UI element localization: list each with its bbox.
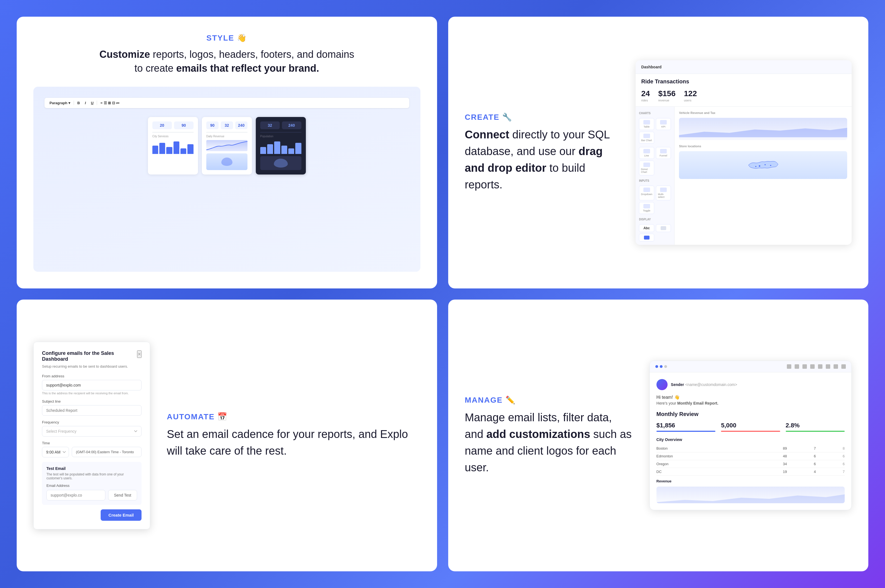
table-v3-2: 6 bbox=[829, 452, 845, 460]
ep-metric-1: $1,856 bbox=[657, 422, 715, 432]
dp-widget-kpi[interactable]: KPI bbox=[656, 118, 671, 130]
ep-toolbar-icon-4[interactable] bbox=[810, 364, 814, 369]
ep-metric-bar-3 bbox=[786, 431, 845, 432]
ep-metric-2: 5,000 bbox=[721, 422, 780, 432]
table-v1-4: 19 bbox=[783, 468, 814, 476]
time-label: Time bbox=[42, 441, 141, 445]
toolbar-paragraph: Paragraph ▾ bbox=[48, 100, 72, 106]
dark-bar3 bbox=[274, 141, 280, 154]
dp-widget-dropdown-icon bbox=[643, 188, 650, 192]
dp-widget-grid-2: Line Funnel Donut Chart bbox=[639, 147, 671, 176]
dp-widget-toggle[interactable]: Toggle bbox=[639, 202, 654, 214]
dark-bar2 bbox=[267, 144, 273, 154]
test-email-title: Test Email bbox=[47, 466, 137, 471]
dp-widget-grid-1: Table KPI Bar Chart bbox=[639, 118, 671, 144]
toolbar-more: ≡ ☰ ⊞ ⊡ ≔ bbox=[99, 100, 121, 106]
ep-metrics: $1,856 5,000 2.8% bbox=[657, 422, 845, 432]
time-select[interactable]: 9:00 AM bbox=[42, 447, 69, 458]
manage-heading: Manage email lists, filter data, and add… bbox=[465, 409, 633, 476]
modal-close-button[interactable]: × bbox=[137, 350, 141, 358]
table-v3-1: 8 bbox=[829, 445, 845, 452]
table-v2-1: 7 bbox=[814, 445, 829, 452]
style-card: STYLE 👋 Customize reports, logos, header… bbox=[17, 16, 437, 288]
send-test-button[interactable]: Send Test bbox=[108, 490, 137, 501]
dp-stat-num-2: $156 bbox=[658, 89, 675, 98]
dp-widget-table-icon bbox=[643, 120, 650, 124]
dp-stat-2: $156 revenue bbox=[658, 89, 675, 102]
modal-footer: Create Email bbox=[42, 509, 141, 521]
dp-nav-item: Dashboard bbox=[641, 65, 661, 69]
create-heading-bold: Connect bbox=[465, 128, 509, 141]
dp-widget-toggle-icon bbox=[643, 204, 650, 208]
us-map-path bbox=[748, 161, 778, 168]
ep-toolbar-icon-7[interactable] bbox=[834, 364, 838, 369]
dp-widget-line[interactable]: Line bbox=[639, 147, 654, 159]
ep-toolbar-icon-5[interactable] bbox=[818, 364, 822, 369]
dark-bar6 bbox=[295, 143, 301, 154]
ep-body: Sender <name@customdomain.com> Hi team! … bbox=[650, 372, 851, 510]
ep-toolbar-icon-6[interactable] bbox=[826, 364, 830, 369]
style-heading: Customize reports, logos, headers, foote… bbox=[99, 48, 354, 76]
frequency-label: Frequency bbox=[42, 420, 141, 424]
test-email-row: Send Test bbox=[47, 490, 137, 501]
map-dot-2 bbox=[764, 164, 765, 165]
dp-widget-color[interactable] bbox=[639, 234, 654, 242]
frequency-select[interactable]: Select Frequency Daily Weekly Monthly bbox=[42, 426, 141, 436]
table-row-4: DC 19 4 7 bbox=[657, 468, 845, 476]
style-heading-bold: Customize bbox=[99, 49, 150, 60]
create-text-side: CREATE 🔧 Connect directly to your SQL da… bbox=[465, 112, 619, 193]
table-v3-3: 6 bbox=[829, 460, 845, 468]
dash-divider2 bbox=[206, 132, 248, 132]
email-address-label: Email Address bbox=[47, 483, 137, 488]
frequency-group: Frequency Select Frequency Daily Weekly … bbox=[42, 420, 141, 436]
from-address-input[interactable] bbox=[42, 380, 141, 390]
dp-widget-abc[interactable]: Abc bbox=[639, 224, 654, 232]
toolbar-italic: I bbox=[83, 100, 87, 106]
ep-toolbar-icon-2[interactable] bbox=[795, 364, 799, 369]
ep-toolbar-icon-1[interactable] bbox=[787, 364, 791, 369]
ep-toolbar-icon-3[interactable] bbox=[802, 364, 807, 369]
dp-widget-dropdown[interactable]: Dropdown bbox=[639, 186, 654, 200]
dp-widget-bar[interactable]: Bar Chart bbox=[639, 132, 654, 144]
dp-widget-img[interactable] bbox=[656, 224, 671, 232]
table-v3-4: 7 bbox=[829, 468, 845, 476]
dp-widget-bar-label: Bar Chart bbox=[641, 139, 652, 142]
ep-toolbar-icon-8[interactable] bbox=[841, 364, 846, 369]
line-chart-svg bbox=[206, 140, 248, 151]
manage-section-label: MANAGE ✏️ bbox=[465, 395, 633, 405]
dp-widget-multiselect[interactable]: Multi-select bbox=[656, 186, 671, 200]
from-label: From address bbox=[42, 374, 141, 378]
dashboard-preview: Dashboard Ride Transactions 24 rides $15… bbox=[636, 60, 852, 245]
subject-input[interactable] bbox=[42, 405, 141, 416]
table-row-3: Oregon 34 6 6 bbox=[657, 460, 845, 468]
create-heading: Connect directly to your SQL database, a… bbox=[465, 126, 619, 193]
subject-line-group: Subject line bbox=[42, 399, 141, 416]
create-email-button[interactable]: Create Email bbox=[101, 509, 141, 521]
mini-bar-chart-dark bbox=[260, 140, 301, 154]
ep-message: Here's your Monthly Email Report. bbox=[657, 401, 845, 405]
dp-widget-funnel-icon bbox=[660, 149, 667, 153]
mini-map-shape bbox=[221, 158, 233, 166]
bar6 bbox=[188, 144, 193, 154]
mini-dashboard-light2: 90 32 240 Daily Revenue bbox=[202, 117, 252, 174]
test-email-input[interactable] bbox=[47, 490, 105, 501]
table-row-1: Boston 89 7 8 bbox=[657, 445, 845, 452]
dp-widget-table-label: Table bbox=[644, 125, 650, 128]
dp-widget-table[interactable]: Table bbox=[639, 118, 654, 130]
dp-stat-1: 24 rides bbox=[641, 89, 650, 102]
dp-widget-donut[interactable]: Donut Chart bbox=[639, 160, 654, 176]
dp-content: Charts Table KPI Bar Chart bbox=[636, 107, 852, 245]
ep-metric-val-2: 5,000 bbox=[721, 422, 780, 429]
ep-chart-line bbox=[657, 492, 845, 503]
style-preview-content: Paragraph ▾ B I U ≡ ☰ ⊞ ⊡ ≔ 20 90 City S… bbox=[45, 98, 409, 174]
test-email-desc: The test will be populated with data fro… bbox=[47, 472, 137, 480]
map-dot-1 bbox=[759, 165, 760, 167]
dp-widget-funnel[interactable]: Funnel bbox=[656, 147, 671, 159]
mini-dashboard-dark: 32 240 Population bbox=[256, 117, 306, 174]
dp-store-label: Store locations bbox=[679, 144, 847, 148]
dp-chart-area bbox=[679, 118, 847, 140]
dp-stat-num-1: 24 bbox=[641, 89, 650, 98]
map-dot-3 bbox=[770, 165, 771, 166]
ep-sender-info: Sender <name@customdomain.com> bbox=[671, 382, 737, 387]
table-row-2: Edmonton 48 6 6 bbox=[657, 452, 845, 460]
